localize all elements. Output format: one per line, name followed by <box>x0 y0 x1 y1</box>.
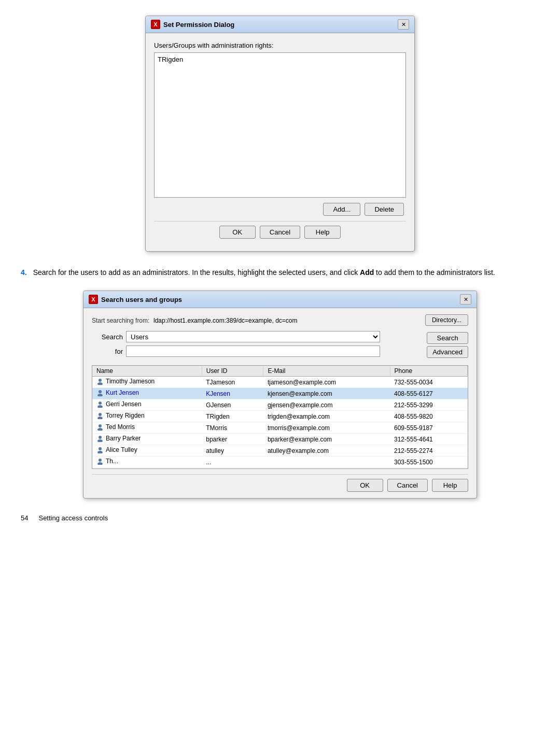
search-dialog-app-icon: X <box>89 295 98 304</box>
user-phone: 212-555-3299 <box>390 399 467 411</box>
user-name: Gerri Jensen <box>106 400 142 408</box>
user-icon <box>96 423 104 431</box>
svg-point-15 <box>97 462 103 465</box>
user-phone: 303-555-1500 <box>390 457 467 468</box>
user-name: Barry Parker <box>106 435 141 442</box>
table-row[interactable]: Ted MorrisTMorristmorris@example.com609-… <box>92 422 468 434</box>
table-row[interactable]: Gerri JensenGJensengjensen@example.com21… <box>92 399 468 411</box>
from-label: Start searching from: <box>92 317 149 324</box>
user-icon <box>96 389 104 396</box>
user-id: GJensen <box>202 399 263 411</box>
user-email: atulley@example.com <box>263 445 390 457</box>
search-dialog-close-button[interactable]: ✕ <box>460 294 471 305</box>
step4-bold: Add <box>360 268 374 277</box>
search-for-row: for <box>92 346 422 357</box>
user-phone: 732-555-0034 <box>390 377 467 388</box>
cancel-button[interactable]: Cancel <box>260 226 300 239</box>
page-label: Setting access controls <box>38 514 108 522</box>
table-row[interactable]: Barry Parkerbparkerbparker@example.com31… <box>92 434 468 445</box>
user-id: TJameson <box>202 377 263 388</box>
col-name: Name <box>92 366 202 377</box>
user-phone: 609-555-9187 <box>390 422 467 434</box>
list-item-trigden[interactable]: TRigden <box>157 55 403 64</box>
user-name: Kurt Jensen <box>106 389 139 396</box>
permission-dialog-title: Set Permission Dialog <box>163 21 234 29</box>
for-label: for <box>92 348 123 355</box>
user-icon <box>96 435 104 442</box>
search-from-row: Start searching from: ldap://host1.examp… <box>92 314 468 326</box>
user-id: ... <box>202 457 263 468</box>
step4-text: Search for the users to add as an admini… <box>33 267 539 278</box>
users-groups-listbox[interactable]: TRigden <box>154 52 406 198</box>
search-help-button[interactable]: Help <box>432 479 468 492</box>
table-row[interactable]: Kurt JensenKJensenkjensen@example.com408… <box>92 388 468 399</box>
page-footer: 54 Setting access controls <box>21 514 539 522</box>
user-phone: 408-555-6127 <box>390 388 467 399</box>
table-row[interactable]: Torrey RigdenTRigdentrigden@example.com4… <box>92 411 468 422</box>
from-value: ldap://host1.example.com:389/dc=example,… <box>153 317 298 324</box>
user-email: trigden@example.com <box>263 411 390 422</box>
directory-button[interactable]: Directory... <box>425 314 468 326</box>
user-name: Th... <box>106 458 118 465</box>
svg-point-11 <box>97 439 103 442</box>
user-email: tmorris@example.com <box>263 422 390 434</box>
svg-point-0 <box>99 379 102 382</box>
search-ok-button[interactable]: OK <box>347 479 383 492</box>
user-icon <box>96 412 104 419</box>
user-phone: 408-555-9820 <box>390 411 467 422</box>
svg-point-6 <box>99 413 102 416</box>
delete-button[interactable]: Delete <box>365 203 404 216</box>
user-email: tjameson@example.com <box>263 377 390 388</box>
col-userid: User ID <box>202 366 263 377</box>
search-type-row: Search Users <box>92 331 422 342</box>
permission-dialog-close-button[interactable]: ✕ <box>398 19 409 30</box>
user-phone: 212-555-2274 <box>390 445 467 457</box>
results-table-wrapper: Name User ID E-Mail Phone Timothy Jameso… <box>92 365 468 469</box>
user-email: kjensen@example.com <box>263 388 390 399</box>
help-button[interactable]: Help <box>304 226 341 239</box>
user-icon <box>96 446 104 453</box>
add-button[interactable]: Add... <box>323 203 360 216</box>
user-id: KJensen <box>202 388 263 399</box>
svg-point-7 <box>97 417 103 419</box>
search-for-input[interactable] <box>126 346 380 357</box>
search-bottom-row: OK Cancel Help <box>92 474 468 492</box>
user-icon <box>96 400 104 408</box>
svg-point-3 <box>97 394 103 396</box>
user-icon <box>96 458 104 465</box>
step4-text-part2: to add them to the administrators list. <box>374 268 495 277</box>
step4-text-part1: Search for the users to add as an admini… <box>33 268 360 277</box>
user-id: atulley <box>202 445 263 457</box>
user-name: Timothy Jameson <box>106 378 155 385</box>
user-name: Alice Tulley <box>106 446 137 453</box>
svg-point-13 <box>97 451 103 453</box>
search-type-dropdown[interactable]: Users <box>126 331 380 342</box>
search-button[interactable]: Search <box>427 332 468 344</box>
table-row[interactable]: Timothy JamesonTJamesontjameson@example.… <box>92 377 468 388</box>
svg-point-5 <box>97 405 103 408</box>
ok-button[interactable]: OK <box>219 226 256 239</box>
svg-point-2 <box>99 390 102 393</box>
svg-point-12 <box>99 447 102 450</box>
search-dialog-title: Search users and groups <box>101 296 182 303</box>
table-row[interactable]: Alice Tulleyatulleyatulley@example.com21… <box>92 445 468 457</box>
user-id: TMorris <box>202 422 263 434</box>
svg-point-14 <box>99 459 102 462</box>
svg-point-10 <box>99 436 102 439</box>
user-email: gjensen@example.com <box>263 399 390 411</box>
table-row[interactable]: Th......303-555-1500 <box>92 457 468 468</box>
search-dialog-titlebar: X Search users and groups ✕ <box>83 291 477 308</box>
permission-dialog: X Set Permission Dialog ✕ Users/Groups w… <box>145 16 415 252</box>
dialog-app-icon: X <box>151 20 160 29</box>
user-icon <box>96 378 104 385</box>
permission-dialog-titlebar: X Set Permission Dialog ✕ <box>146 16 414 33</box>
advanced-button[interactable]: Advanced <box>427 346 468 358</box>
users-groups-label: Users/Groups with administration rights: <box>154 42 406 49</box>
user-email <box>263 457 390 468</box>
search-cancel-button[interactable]: Cancel <box>387 479 428 492</box>
user-id: TRigden <box>202 411 263 422</box>
svg-point-8 <box>99 424 102 427</box>
col-email: E-Mail <box>263 366 390 377</box>
user-email: bparker@example.com <box>263 434 390 445</box>
search-action-buttons: Search Advanced <box>427 332 468 358</box>
